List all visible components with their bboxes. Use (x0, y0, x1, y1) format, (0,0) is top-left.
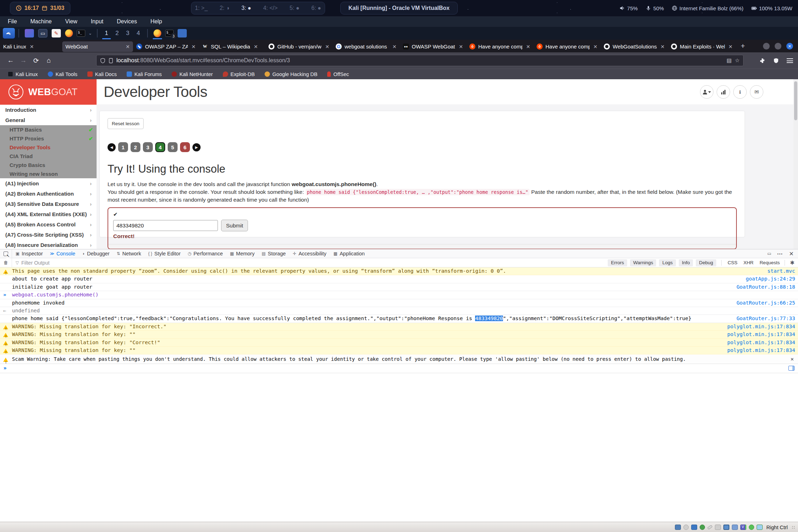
file-manager-icon[interactable]: ▭ (38, 29, 47, 37)
firefox-window-button[interactable] (151, 27, 163, 39)
bookmark-kali-forums[interactable]: Kali Forums (127, 71, 162, 77)
kali-menu-button[interactable] (3, 28, 15, 39)
forward-icon[interactable]: → (17, 57, 30, 64)
minimize-button[interactable] (763, 43, 770, 50)
random-number-input[interactable] (113, 220, 218, 231)
console-settings-gear-icon[interactable]: ✱ (790, 260, 794, 266)
sidebar-item-cia-triad[interactable]: CIA Triad (0, 152, 97, 161)
tab-webgoat-solutions-search[interactable]: G webgoat solutions - ✕ (332, 41, 400, 52)
tab-close-icon[interactable]: ✕ (526, 44, 530, 50)
filter-debug-toggle[interactable]: Debug (696, 259, 716, 266)
filter-xhr-toggle[interactable]: XHR (744, 260, 754, 265)
battery-icon[interactable] (751, 5, 757, 11)
tab-webgoatsolutions-repo[interactable]: WebGoatSolutions/S ✕ (601, 41, 668, 52)
source-link[interactable]: GoatRouter.js:66:25 (736, 299, 795, 307)
source-link[interactable]: polyglot.min.js:17:834 (727, 323, 795, 330)
tab-close-icon[interactable]: ✕ (593, 44, 597, 50)
tracking-shield-icon[interactable] (100, 58, 105, 63)
keyboard-capture-icon[interactable] (757, 525, 763, 530)
tab-close-icon[interactable]: ✕ (126, 44, 130, 50)
sidebar-item-general[interactable]: General› (0, 115, 97, 125)
tab-github-vernjan[interactable]: GitHub - vernjan/we ✕ (265, 41, 332, 52)
tab-kali-linux[interactable]: Kali Linux ✕ (0, 41, 62, 52)
tab-application[interactable]: ▩Application (330, 249, 368, 258)
tab-close-icon[interactable]: ✕ (660, 44, 665, 50)
pager-page-6-attack[interactable]: 6 (180, 142, 190, 152)
tab-close-icon[interactable]: ✕ (30, 44, 34, 50)
bookmark-exploit-db[interactable]: Exploit-DB (223, 71, 255, 77)
bookmark-kali-docs[interactable]: Kali Docs (87, 71, 117, 77)
tab-console[interactable]: ≫Console (46, 249, 79, 258)
network-icon[interactable] (700, 525, 705, 530)
tab-owasp-zap[interactable]: ⬊ OWASP ZAP – ZAP in ✕ (133, 41, 199, 52)
source-link[interactable]: polyglot.min.js:17:834 (727, 347, 795, 354)
lesson-overview-button[interactable] (717, 85, 730, 99)
source-link[interactable]: polyglot.min.js:17:834 (727, 339, 795, 346)
menu-input[interactable]: Input (91, 18, 104, 25)
menu-file[interactable]: File (8, 18, 17, 25)
filter-css-toggle[interactable]: CSS (728, 260, 738, 265)
pager-prev-icon[interactable]: ◄ (108, 143, 116, 151)
console-input-row[interactable]: » (0, 364, 798, 373)
account-shield-icon[interactable] (773, 58, 779, 64)
pager-page-5[interactable]: 5 (168, 142, 178, 152)
filter-errors-toggle[interactable]: Errors (608, 259, 627, 266)
devtools-close-icon[interactable]: ✕ (789, 250, 794, 257)
page-scrollbar[interactable] (793, 79, 798, 249)
tab-memory[interactable]: ▦Memory (226, 249, 258, 258)
audio-icon[interactable] (691, 525, 697, 530)
tab-main-exploits[interactable]: Main Exploits · WebG ✕ (668, 41, 736, 52)
workspace-switcher[interactable]: 1: >_ 2: ◑ 3: ● 4: </> 5: ● 6: ● (191, 2, 325, 15)
sidebar-item-http-proxies[interactable]: HTTP Proxies✔ (0, 134, 97, 143)
source-link[interactable]: GoatRouter.js:88:18 (736, 283, 795, 291)
sidebar-item-a1-injection[interactable]: (A1) Injection› (0, 178, 97, 189)
workspace-4[interactable]: 4: </> (263, 5, 278, 11)
tab-reddit-1[interactable]: ö Have anyone comple ✕ (466, 41, 533, 52)
tab-close-icon[interactable]: ✕ (392, 44, 397, 50)
bookmark-kali-tools[interactable]: Kali Tools (48, 71, 77, 77)
contact-button[interactable]: ✉ (750, 85, 763, 99)
pager-page-1[interactable]: 1 (118, 142, 128, 152)
filter-warnings-toggle[interactable]: Warnings (630, 259, 657, 266)
sidebar-item-a7-xss[interactable]: (A7) Cross-Site Scripting (XSS)› (0, 230, 97, 240)
node-picker-button[interactable] (0, 249, 12, 258)
devtools-menu-icon[interactable]: ⋯ (777, 250, 783, 257)
terminal-launcher-icon[interactable]: $_ (75, 27, 87, 39)
tab-webgoat[interactable]: WebGoat ✕ (62, 41, 133, 52)
workspace-5[interactable]: 5: ● (290, 5, 299, 11)
sidebar-item-a4-xxe[interactable]: (A4) XML External Entities (XXE)› (0, 209, 97, 219)
home-icon[interactable]: ⌂ (42, 57, 55, 64)
back-icon[interactable]: ← (4, 57, 17, 64)
tab-close-icon[interactable]: ✕ (325, 44, 329, 50)
split-console-icon[interactable] (788, 366, 794, 371)
workspace-6[interactable]: 6: ● (311, 5, 321, 11)
tab-reddit-2[interactable]: ö Have anyone comple ✕ (533, 41, 601, 52)
text-editor-icon[interactable]: ✎ (52, 29, 61, 37)
dismiss-scam-warning-icon[interactable]: ✕ (791, 354, 794, 364)
page-info-icon[interactable] (109, 58, 113, 63)
features-icon[interactable]: V (740, 525, 746, 530)
firefox-launcher-icon[interactable] (63, 27, 75, 39)
tab-performance[interactable]: ◷Performance (184, 249, 226, 258)
filter-info-toggle[interactable]: Info (679, 259, 693, 266)
usb-icon[interactable] (707, 525, 712, 530)
sidebar-item-crypto-basics[interactable]: Crypto Basics (0, 161, 97, 169)
sidebar-item-a5-broken-access-control[interactable]: (A5) Broken Access Control› (0, 219, 97, 230)
bookmark-kali-nethunter[interactable]: Kali NetHunter (172, 71, 213, 77)
close-window-button[interactable]: ✕ (786, 43, 793, 50)
pager-page-3[interactable]: 3 (143, 142, 153, 152)
microphone-icon[interactable] (646, 5, 651, 11)
pager-workspace-1[interactable]: 1 (101, 27, 112, 39)
lesson-info-button[interactable]: i (733, 85, 747, 99)
menu-view[interactable]: View (65, 18, 77, 25)
pager-workspace-2[interactable]: 2 (112, 27, 122, 39)
sidebar-item-developer-tools[interactable]: Developer Tools (0, 143, 97, 152)
extensions-icon[interactable] (759, 58, 765, 64)
sidebar-item-writing-new-lesson[interactable]: Writing new lesson (0, 169, 97, 178)
reload-icon[interactable]: ⟳ (30, 57, 42, 65)
workspace-3[interactable]: 3: ● (241, 5, 251, 11)
resize-grip[interactable] (792, 526, 795, 529)
bookmark-kali-linux[interactable]: Kali Linux (8, 71, 38, 77)
tab-inspector[interactable]: ▣Inspector (12, 249, 46, 258)
tab-sql-wikipedia[interactable]: W SQL – Wikipedia ✕ (199, 41, 265, 52)
